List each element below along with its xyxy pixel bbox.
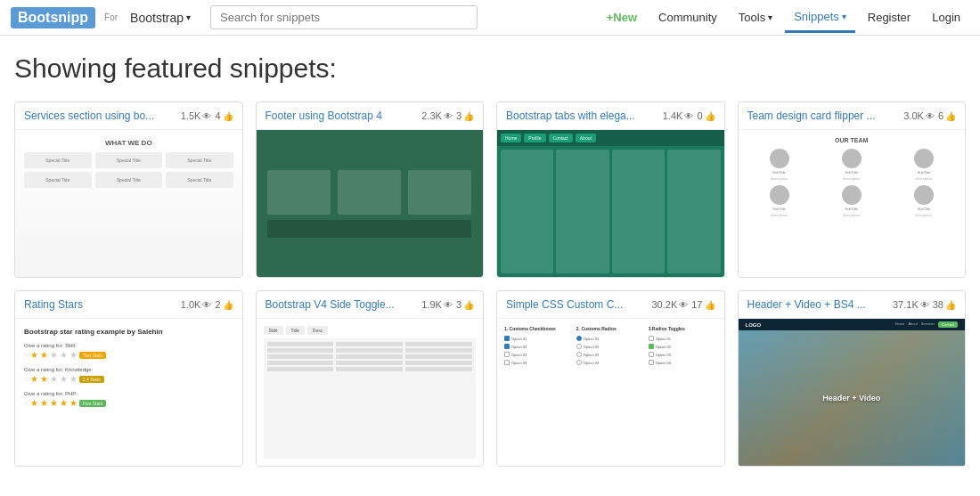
- tools-label: Tools: [739, 11, 765, 24]
- snippet-preview[interactable]: [257, 130, 484, 277]
- eye-icon: 👁: [684, 111, 693, 121]
- snippet-header: Services section using bo... 1.5K 👁 4 👍: [15, 102, 242, 130]
- preview-tabs: Home Profile Contact About: [497, 130, 724, 277]
- snippet-stats: 30.2K 👁 17 👍: [652, 299, 715, 310]
- snippet-title[interactable]: Bootstrap tabs with elega...: [506, 110, 657, 122]
- snippet-title[interactable]: Rating Stars: [24, 298, 176, 311]
- snippet-title[interactable]: Services section using bo...: [24, 110, 176, 122]
- preview-rating: Bootstrap star rating example by Salehin…: [15, 319, 242, 466]
- thumb-icon: 👍: [945, 300, 956, 310]
- snippet-card[interactable]: Team design card flipper ... 3.0K 👁 6 👍 …: [738, 102, 967, 278]
- snippets-grid: Services section using bo... 1.5K 👁 4 👍 …: [14, 102, 966, 467]
- snippet-stats: 3.0K 👁 6 👍: [903, 110, 956, 121]
- snippet-header: Footer using Bootstrap 4 2.3K 👁 3 👍: [257, 102, 484, 130]
- snippet-header: Team design card flipper ... 3.0K 👁 6 👍: [739, 102, 966, 130]
- nav-links: +New Community Tools ▾ Snippets ▾ Regist…: [598, 3, 969, 33]
- snippet-preview[interactable]: OUR TEAM SubTitle description SubTitle d…: [739, 130, 966, 277]
- snippet-header: Bootstrap tabs with elega... 1.4K 👁 0 👍: [497, 102, 724, 130]
- snippet-preview[interactable]: 1. Customs Checkboxes Option 01 Option 0…: [497, 319, 724, 466]
- main-content: Showing featured snippets: Services sect…: [0, 36, 980, 484]
- snippets-chevron-icon: ▾: [842, 12, 846, 21]
- thumb-icon: 👍: [463, 300, 474, 310]
- snippet-card[interactable]: Services section using bo... 1.5K 👁 4 👍 …: [14, 102, 243, 278]
- eye-icon: 👁: [202, 300, 211, 310]
- snippet-likes: 38 👍: [933, 299, 956, 310]
- preview-team: OUR TEAM SubTitle description SubTitle d…: [739, 130, 966, 277]
- snippet-card[interactable]: Bootstrap V4 Side Toggle... 1.9K 👁 3 👍 S…: [256, 290, 485, 467]
- snippet-stats: 37.1K 👁 38 👍: [893, 299, 956, 310]
- snippet-card[interactable]: Simple CSS Custom C... 30.2K 👁 17 👍 1. C…: [496, 290, 725, 467]
- snippet-likes: 2 👍: [215, 299, 233, 310]
- snippet-header: Rating Stars 1.0K 👁 2 👍: [15, 291, 242, 319]
- snippet-preview[interactable]: WHAT WE DO Special Title Special Title S…: [15, 130, 242, 277]
- snippet-stats: 1.4K 👁 0 👍: [663, 110, 715, 121]
- snippet-card[interactable]: Header + Video + BS4 ... 37.1K 👁 38 👍 LO…: [738, 290, 967, 467]
- snippet-views: 1.9K 👁: [421, 299, 453, 310]
- new-link[interactable]: +New: [598, 4, 646, 31]
- snippet-views: 1.4K 👁: [663, 110, 694, 121]
- thumb-icon: 👍: [705, 300, 715, 310]
- navbar: Bootsnipp For Bootstrap ▾ +New Community…: [0, 0, 980, 36]
- snippet-likes: 4 👍: [215, 110, 233, 121]
- login-link[interactable]: Login: [923, 4, 969, 31]
- snippet-preview[interactable]: Bootstrap star rating example by Salehin…: [15, 319, 242, 466]
- snippet-card[interactable]: Rating Stars 1.0K 👁 2 👍 Bootstrap star r…: [14, 290, 243, 467]
- snippet-title[interactable]: Team design card flipper ...: [747, 110, 899, 122]
- snippet-views: 2.3K 👁: [421, 110, 453, 121]
- snippets-dropdown[interactable]: Snippets ▾: [785, 3, 855, 33]
- snippet-header: Header + Video + BS4 ... 37.1K 👁 38 👍: [739, 291, 966, 319]
- tools-chevron-icon: ▾: [768, 12, 772, 22]
- snippet-stats: 1.5K 👁 4 👍: [181, 110, 233, 121]
- snippet-views: 30.2K 👁: [652, 299, 689, 310]
- register-link[interactable]: Register: [859, 4, 919, 31]
- snippet-likes: 17 👍: [691, 299, 715, 310]
- snippet-title[interactable]: Simple CSS Custom C...: [506, 298, 647, 311]
- tools-dropdown[interactable]: Tools ▾: [730, 4, 781, 31]
- eye-icon: 👁: [202, 111, 211, 121]
- snippet-views: 3.0K 👁: [903, 110, 935, 121]
- bootstrap-chevron-icon: ▾: [186, 12, 191, 22]
- preview-services: WHAT WE DO Special Title Special Title S…: [15, 130, 242, 277]
- search-input[interactable]: [210, 5, 478, 29]
- snippet-views: 1.0K 👁: [181, 299, 212, 310]
- snippet-likes: 3 👍: [456, 299, 474, 310]
- eye-icon: 👁: [679, 300, 688, 310]
- eye-icon: 👁: [920, 300, 929, 310]
- snippet-stats: 2.3K 👁 3 👍: [421, 110, 474, 121]
- snippets-label: Snippets: [794, 10, 839, 23]
- community-link[interactable]: Community: [649, 4, 726, 31]
- snippet-title[interactable]: Footer using Bootstrap 4: [265, 110, 417, 122]
- snippet-card[interactable]: Bootstrap tabs with elega... 1.4K 👁 0 👍 …: [496, 102, 725, 278]
- snippet-card[interactable]: Footer using Bootstrap 4 2.3K 👁 3 👍: [256, 102, 485, 278]
- preview-footer: [257, 130, 484, 277]
- search-container: [210, 5, 478, 29]
- snippet-views: 1.5K 👁: [181, 110, 212, 121]
- thumb-icon: 👍: [945, 111, 956, 121]
- thumb-icon: 👍: [223, 111, 233, 121]
- thumb-icon: 👍: [705, 111, 715, 121]
- page-title: Showing featured snippets:: [14, 53, 966, 84]
- snippet-title[interactable]: Bootstrap V4 Side Toggle...: [265, 298, 417, 311]
- bootstrap-dropdown[interactable]: Bootstrap ▾: [125, 11, 196, 25]
- eye-icon: 👁: [444, 111, 453, 121]
- preview-custom: 1. Customs Checkboxes Option 01 Option 0…: [497, 319, 724, 466]
- snippet-stats: 1.9K 👁 3 👍: [421, 299, 474, 310]
- snippet-preview[interactable]: LOGO Home About Services Contact Header …: [739, 319, 966, 466]
- snippet-header: Bootstrap V4 Side Toggle... 1.9K 👁 3 👍: [257, 291, 484, 319]
- snippet-preview[interactable]: Home Profile Contact About: [497, 130, 724, 277]
- snippet-header: Simple CSS Custom C... 30.2K 👁 17 👍: [497, 291, 724, 319]
- snippet-likes: 0 👍: [697, 110, 715, 121]
- thumb-icon: 👍: [463, 111, 474, 121]
- snippet-preview[interactable]: Side Title Desc: [257, 319, 484, 466]
- brand-logo[interactable]: Bootsnipp: [11, 7, 95, 28]
- snippet-likes: 6 👍: [938, 110, 956, 121]
- preview-header-video: LOGO Home About Services Contact Header …: [739, 319, 966, 466]
- bootstrap-label: Bootstrap: [130, 11, 184, 25]
- snippet-title[interactable]: Header + Video + BS4 ...: [747, 298, 888, 311]
- snippet-stats: 1.0K 👁 2 👍: [181, 299, 233, 310]
- preview-toggle: Side Title Desc: [257, 319, 484, 466]
- eye-icon: 👁: [444, 300, 453, 310]
- for-label: For: [104, 12, 118, 22]
- snippet-likes: 3 👍: [456, 110, 474, 121]
- eye-icon: 👁: [926, 111, 935, 121]
